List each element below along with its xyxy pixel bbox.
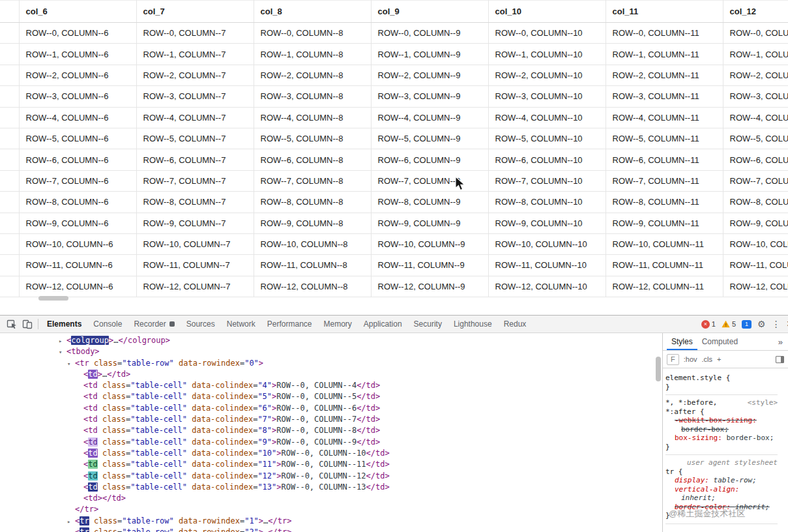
dom-tree-node[interactable]: ▾<tr class="table-row" data-rowindex="0"… [0, 358, 654, 369]
dom-tree-node[interactable]: ▾<tbody> [0, 346, 654, 357]
code-token: > [276, 460, 281, 469]
tag-token: td [375, 482, 385, 492]
css-property[interactable]: -webkit-box-sizing: border-box; [665, 416, 778, 434]
dom-tree-node[interactable]: <td class="table-cell" data-colindex="13… [0, 482, 654, 493]
table-cell: ROW--12, COLUMN--6 [19, 276, 136, 297]
code-token: data-rowindex [179, 516, 240, 525]
issues-badge[interactable]: 1 [742, 320, 752, 329]
dom-tree-node[interactable]: <td class="table-cell" data-colindex="11… [0, 459, 654, 470]
table-cell: ROW--4, COLUMN--8 [254, 107, 371, 128]
scrollbar-thumb[interactable] [656, 357, 661, 381]
dom-tree-node[interactable]: ▸<tr class="table-row" data-rowindex="1"… [0, 516, 654, 527]
dom-tree-node[interactable]: <td class="table-cell" data-colindex="8"… [0, 425, 654, 436]
tab-memory[interactable]: Memory [318, 316, 358, 332]
dom-tree-node[interactable]: <td class="table-cell" data-colindex="7"… [0, 414, 654, 425]
code-token [89, 527, 94, 532]
dom-tree-node[interactable]: <td class="table-cell" data-colindex="6"… [0, 403, 654, 414]
tab-sources[interactable]: Sources [181, 316, 221, 332]
tab-computed[interactable]: Computed [697, 334, 742, 350]
table-cell: ROW--5, COLUMN--9 [371, 128, 488, 149]
table-cell: ROW--4, COLUMN--10 [488, 107, 606, 128]
css-property[interactable]: vertical-align: inherit; [665, 485, 778, 503]
dom-tree-node[interactable]: <td class="table-cell" data-colindex="5"… [0, 391, 654, 402]
inspect-element-icon[interactable] [4, 316, 20, 332]
dom-tree-node[interactable]: ▸<colgroup>…</colgroup> [0, 335, 654, 346]
table-cell: ROW--9, COLUMN--11 [606, 213, 723, 233]
tab-styles[interactable]: Styles [667, 334, 697, 350]
dom-tree-node[interactable]: <td class="table-cell" data-colindex="4"… [0, 380, 654, 391]
table-cell: ROW--7, COLUMN--12 [723, 170, 788, 191]
code-token: data-rowindex [179, 359, 240, 368]
devtools-tabs: ElementsConsoleRecorderSourcesNetworkPer… [41, 316, 532, 333]
horizontal-scrollbar[interactable] [38, 296, 68, 301]
column-header-col_12: col_12 [723, 1, 788, 23]
kebab-menu-icon[interactable]: ⋮ [772, 319, 781, 329]
tab-lighthouse[interactable]: Lighthouse [448, 316, 498, 332]
table-row: ROW--11, COLUMN--6ROW--11, COLUMN--7ROW-… [0, 255, 788, 276]
code-token: class [102, 460, 126, 469]
warning-badge[interactable]: ! 5 [722, 320, 736, 328]
error-badge[interactable]: × 1 [701, 320, 716, 329]
styles-filter-input[interactable]: F [667, 354, 679, 365]
table-cell: ROW--2, COLUMN--11 [606, 65, 723, 85]
code-token: ROW--0, COLUMN--4 [276, 381, 357, 390]
css-property[interactable]: box-sizing: border-box; [665, 434, 778, 443]
elements-tree: ▸<colgroup>…</colgroup>▾<tbody>▾<tr clas… [0, 333, 654, 532]
code-token: data-colindex [192, 415, 253, 424]
table-cell: ROW--9, COLUMN--7 [136, 213, 254, 233]
dom-tree-node[interactable]: <td class="table-cell" data-colindex="10… [0, 448, 654, 459]
dom-tree-node[interactable]: <td></td> [0, 493, 654, 504]
tab-elements[interactable]: Elements [41, 316, 87, 332]
overflow-chevron[interactable]: » [778, 337, 784, 347]
tag-token: td [88, 494, 97, 503]
code-token [98, 415, 102, 424]
disclosure-arrow-icon[interactable]: ▸ [67, 516, 75, 527]
dom-tree-node[interactable]: <td class="table-cell" data-colindex="12… [0, 471, 654, 482]
code-token: ROW--0, COLUMN--10 [282, 449, 366, 458]
dom-tree-node[interactable]: ▸<tr class="table-row" data-rowindex="2"… [0, 527, 654, 532]
table-cell: ROW--1, COLUMN--6 [19, 44, 136, 65]
class-toggle[interactable]: .cls [702, 355, 713, 363]
disclosure-arrow-icon[interactable]: ▸ [59, 336, 66, 346]
tab-console[interactable]: Console [87, 316, 128, 332]
tag-token: td [375, 460, 385, 469]
svg-text:!: ! [725, 322, 726, 328]
row-gutter-cell [0, 44, 19, 65]
new-style-rule-button[interactable]: + [717, 355, 721, 363]
code-token: > [375, 392, 380, 401]
tag-token: tr [84, 505, 93, 514]
tab-redux[interactable]: Redux [498, 316, 533, 332]
tab-security[interactable]: Security [408, 316, 448, 332]
sidebar-layout-icon[interactable] [776, 356, 784, 363]
table-cell: ROW--4, COLUMN--7 [136, 107, 254, 128]
table-cell: ROW--0, COLUMN--12 [723, 23, 788, 44]
settings-gear-icon[interactable]: ⚙ [757, 319, 766, 329]
code-token: "10" [257, 449, 276, 458]
table-cell: ROW--3, COLUMN--9 [371, 86, 488, 107]
tab-recorder[interactable]: Recorder [128, 316, 180, 332]
row-gutter-cell [0, 128, 19, 149]
elements-scrollbar[interactable] [654, 333, 662, 532]
code-token: </ [119, 336, 128, 345]
disclosure-arrow-icon[interactable]: ▾ [67, 359, 75, 369]
tag-token: tr [278, 527, 287, 532]
code-token: data-colindex [192, 404, 253, 413]
dom-tree-node[interactable]: </tr> [0, 504, 654, 515]
pseudo-state-toggle[interactable]: :hov [684, 355, 697, 363]
dom-tree-node[interactable]: <td>…</td> [0, 369, 654, 380]
device-toolbar-icon[interactable] [20, 316, 35, 332]
css-property[interactable]: display: table-row; [665, 476, 778, 485]
dom-tree-node[interactable]: <td class="table-cell" data-colindex="9"… [0, 437, 654, 448]
tab-performance[interactable]: Performance [261, 316, 318, 332]
disclosure-arrow-icon[interactable]: ▸ [67, 527, 75, 532]
table-cell: ROW--12, COLUMN--10 [488, 276, 606, 297]
code-token: class [102, 449, 126, 458]
tab-application[interactable]: Application [358, 316, 408, 332]
css-rule: element.style {} [665, 371, 778, 395]
table-cell: ROW--11, COLUMN--10 [488, 255, 606, 276]
disclosure-arrow-icon[interactable]: ▾ [59, 347, 66, 357]
tab-network[interactable]: Network [221, 316, 261, 332]
table-cell: ROW--8, COLUMN--8 [254, 192, 371, 213]
code-token: data-colindex [192, 482, 253, 492]
stylesheet-origin-link[interactable]: <style> [748, 398, 778, 407]
